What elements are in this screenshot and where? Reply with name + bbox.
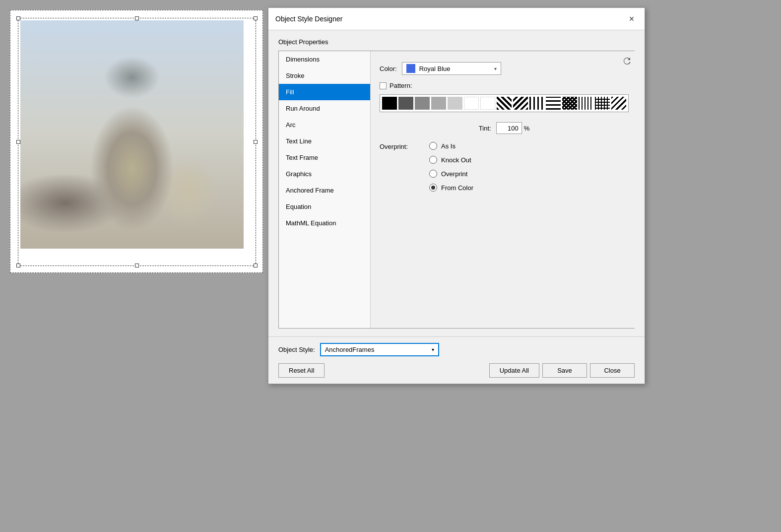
swatch-pattern6[interactable] xyxy=(579,97,593,110)
pattern-row: Pattern: xyxy=(380,82,629,89)
handle-top-center[interactable] xyxy=(135,16,139,20)
radio-from-color[interactable]: From Color xyxy=(429,184,473,192)
object-style-value: AnchoredFrames xyxy=(325,346,375,353)
nav-item-graphics[interactable]: Graphics xyxy=(279,166,370,182)
handle-mid-left[interactable] xyxy=(16,140,20,144)
tint-label: Tint: xyxy=(479,125,491,132)
nav-item-run-around[interactable]: Run Around xyxy=(279,100,370,117)
radio-from-color-btn[interactable] xyxy=(429,184,437,192)
radio-overprint-btn[interactable] xyxy=(429,170,437,178)
button-row: Reset All Update All Save Close xyxy=(278,363,635,378)
handle-bottom-left[interactable] xyxy=(16,264,20,267)
pattern-label: Pattern: xyxy=(390,82,412,89)
radio-group: As Is Knock Out Overprint xyxy=(419,142,473,192)
color-dropdown-arrow: ▾ xyxy=(494,66,497,71)
nav-item-anchored-frame[interactable]: Anchored Frame xyxy=(279,182,370,199)
dialog-titlebar: Object Style Designer × xyxy=(268,8,645,30)
close-button[interactable]: Close xyxy=(590,363,635,378)
radio-knock-out-btn[interactable] xyxy=(429,156,437,164)
canvas-area: Object Style Designer × Object Propertie… xyxy=(0,0,781,532)
swatch-pattern8[interactable] xyxy=(611,97,626,110)
nav-item-text-frame[interactable]: Text Frame xyxy=(279,149,370,166)
pattern-swatches xyxy=(380,94,629,112)
swatch-white1[interactable] xyxy=(464,97,479,110)
nav-item-mathml-equation[interactable]: MathML Equation xyxy=(279,215,370,231)
swatch-black[interactable] xyxy=(382,97,397,110)
section-label: Object Properties xyxy=(278,38,635,46)
nav-item-stroke[interactable]: Stroke xyxy=(279,67,370,84)
nav-item-fill[interactable]: Fill xyxy=(279,84,370,100)
nav-item-equation[interactable]: Equation xyxy=(279,199,370,215)
document-page xyxy=(10,10,263,273)
overprint-label: Overprint: xyxy=(380,142,419,150)
close-dialog-button[interactable]: × xyxy=(626,13,638,25)
handle-mid-right[interactable] xyxy=(254,140,258,144)
radio-as-is[interactable]: As Is xyxy=(429,142,473,150)
nav-item-dimensions[interactable]: Dimensions xyxy=(279,51,370,67)
radio-overprint-label: Overprint xyxy=(441,170,467,178)
update-all-button[interactable]: Update All xyxy=(489,363,539,378)
radio-overprint[interactable]: Overprint xyxy=(429,170,473,178)
radio-as-is-label: As Is xyxy=(441,142,456,150)
radio-knock-out-label: Knock Out xyxy=(441,156,471,164)
object-style-designer-dialog: Object Style Designer × Object Propertie… xyxy=(268,7,645,384)
selection-box xyxy=(18,18,256,266)
reset-all-button[interactable]: Reset All xyxy=(278,363,325,378)
swatch-pattern5[interactable] xyxy=(562,97,577,110)
color-dropdown[interactable]: Royal Blue ▾ xyxy=(402,62,501,75)
handle-bottom-center[interactable] xyxy=(135,264,139,267)
swatch-pattern7[interactable] xyxy=(595,97,610,110)
color-label: Color: xyxy=(380,65,397,72)
dialog-title: Object Style Designer xyxy=(275,15,342,23)
swatch-pattern4[interactable] xyxy=(546,97,561,110)
color-name: Royal Blue xyxy=(419,65,451,72)
swatch-lightgray[interactable] xyxy=(448,97,462,110)
right-panel: Color: Royal Blue ▾ Pattern: xyxy=(371,51,638,328)
pattern-checkbox[interactable] xyxy=(380,82,387,89)
tint-area: Tint: % xyxy=(380,122,629,134)
object-style-row: Object Style: AnchoredFrames ▾ xyxy=(278,343,635,356)
swatch-pattern3[interactable] xyxy=(529,97,544,110)
object-style-dropdown-arrow: ▾ xyxy=(432,347,434,352)
handle-top-left[interactable] xyxy=(16,16,20,20)
dialog-bottom: Object Style: AnchoredFrames ▾ Reset All… xyxy=(268,336,645,384)
radio-from-color-label: From Color xyxy=(441,184,473,192)
color-swatch xyxy=(406,64,415,73)
nav-panel: Dimensions Stroke Fill Run Around Arc Te… xyxy=(279,51,371,328)
handle-bottom-right[interactable] xyxy=(254,264,258,267)
swatch-darkgray[interactable] xyxy=(398,97,413,110)
radio-as-is-btn[interactable] xyxy=(429,142,437,150)
content-area: Dimensions Stroke Fill Run Around Arc Te… xyxy=(278,51,635,329)
handle-top-right[interactable] xyxy=(254,16,258,20)
tint-unit: % xyxy=(524,125,530,132)
swatch-pattern1[interactable] xyxy=(497,97,512,110)
color-row: Color: Royal Blue ▾ xyxy=(380,62,629,75)
object-style-dropdown[interactable]: AnchoredFrames ▾ xyxy=(320,343,439,356)
swatch-white2[interactable] xyxy=(480,97,495,110)
save-button[interactable]: Save xyxy=(542,363,587,378)
nav-item-text-line[interactable]: Text Line xyxy=(279,133,370,149)
swatch-medgray[interactable] xyxy=(415,97,430,110)
object-style-label: Object Style: xyxy=(278,346,315,353)
swatch-gray[interactable] xyxy=(431,97,446,110)
nav-item-arc[interactable]: Arc xyxy=(279,117,370,133)
swatch-pattern2[interactable] xyxy=(513,97,528,110)
dialog-body: Object Properties Dimensions Stroke Fill… xyxy=(268,30,645,336)
radio-knock-out[interactable]: Knock Out xyxy=(429,156,473,164)
tint-input[interactable] xyxy=(496,122,522,134)
overprint-area: Overprint: As Is Knock Out xyxy=(380,142,629,192)
refresh-button[interactable] xyxy=(622,56,633,69)
